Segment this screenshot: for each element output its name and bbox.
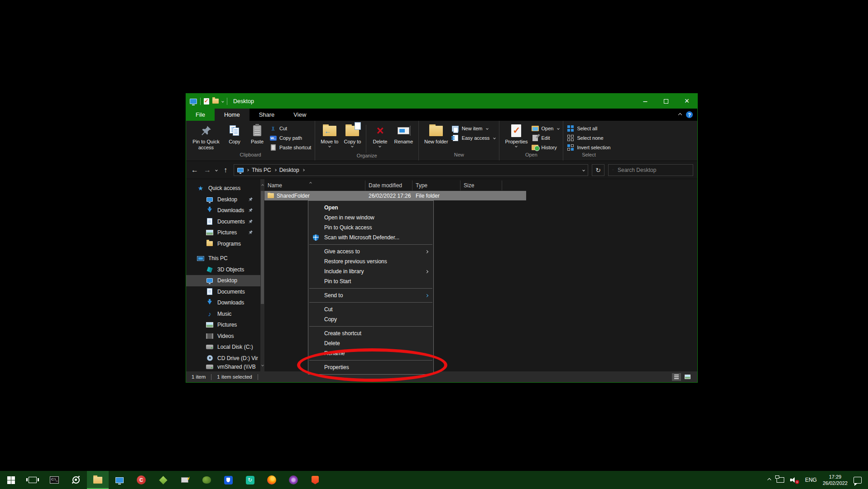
tab-home[interactable]: Home (215, 109, 249, 121)
paste-shortcut-button[interactable]: Paste shortcut (269, 143, 311, 152)
qat-customize-arrow-icon[interactable] (221, 100, 224, 103)
action-center-icon[interactable] (854, 477, 862, 484)
column-header-type[interactable]: Type (412, 180, 460, 190)
taskbar-ccleaner[interactable] (130, 471, 152, 489)
sidebar-item-documents[interactable]: Documents (186, 286, 260, 298)
back-button[interactable]: ← (190, 166, 199, 174)
properties-button[interactable]: Properties (503, 123, 529, 147)
sidebar-item-videos[interactable]: Videos (186, 331, 260, 342)
menu-item-scan-with-defender[interactable]: Scan with Microsoft Defender... (308, 233, 433, 242)
menu-item-properties[interactable]: Properties (308, 362, 433, 372)
table-row-sharedfolder[interactable]: SharedFolder 26/02/2022 17:26 File folde… (264, 191, 526, 200)
large-icons-view-button[interactable] (683, 373, 692, 381)
taskbar-tor-browser[interactable] (283, 471, 304, 489)
search-box[interactable] (608, 164, 693, 176)
start-button[interactable] (0, 471, 22, 489)
clock[interactable]: 17:29 26/02/2022 (823, 474, 848, 487)
sidebar-item-desktop-qa[interactable]: Desktop (186, 194, 260, 205)
sidebar-section-quick-access[interactable]: Quick access (186, 183, 260, 194)
sidebar-item-desktop[interactable]: Desktop (186, 275, 260, 286)
sidebar-item-3d-objects[interactable]: 3D Objects (186, 264, 260, 275)
move-to-button[interactable]: Move to (319, 123, 340, 147)
select-all-button[interactable]: Select all (567, 124, 610, 133)
sidebar-item-vmshared[interactable]: vmShared (\\VB (186, 364, 260, 370)
taskbar-this-pc[interactable] (109, 471, 130, 489)
taskbar-firefox[interactable] (261, 471, 283, 489)
tab-share[interactable]: Share (249, 109, 284, 121)
delete-button[interactable]: Delete (369, 123, 390, 147)
breadcrumb-chevron-icon[interactable] (246, 169, 249, 171)
refresh-button[interactable] (592, 164, 604, 176)
column-header-size[interactable]: Size (460, 180, 502, 190)
address-box[interactable]: This PC Desktop (234, 164, 588, 176)
breadcrumb-desktop[interactable]: Desktop (279, 167, 299, 173)
new-item-button[interactable]: New item (452, 124, 496, 133)
menu-item-give-access-to[interactable]: Give access to (308, 247, 433, 256)
sidebar-item-music[interactable]: Music (186, 309, 260, 320)
sidebar-item-pictures[interactable]: Pictures (186, 319, 260, 331)
sidebar-item-downloads-qa[interactable]: Downloads (186, 205, 260, 216)
up-button[interactable]: ↑ (221, 166, 230, 174)
breadcrumb-chevron-icon[interactable] (302, 169, 305, 171)
edit-button[interactable]: Edit (532, 133, 560, 142)
menu-item-restore-previous-versions[interactable]: Restore previous versions (308, 256, 433, 266)
sidebar-item-downloads[interactable]: Downloads (186, 297, 260, 309)
menu-item-cut[interactable]: Cut (308, 304, 433, 314)
details-view-button[interactable] (672, 373, 681, 381)
sidebar-section-this-pc[interactable]: This PC (186, 253, 260, 264)
task-view-button[interactable] (22, 471, 43, 489)
easy-access-button[interactable]: Easy access (452, 133, 496, 142)
sidebar-scrollbar[interactable] (260, 179, 264, 371)
breadcrumb-this-pc[interactable]: This PC (252, 167, 271, 173)
menu-item-send-to[interactable]: Send to (308, 290, 433, 300)
menu-item-copy[interactable]: Copy (308, 314, 433, 324)
taskbar-sync-app[interactable] (239, 471, 261, 489)
minimize-button[interactable] (635, 94, 656, 109)
menu-item-pin-to-start[interactable]: Pin to Start (308, 276, 433, 286)
qat-new-folder-icon[interactable] (212, 99, 219, 104)
help-icon[interactable] (686, 111, 693, 118)
column-header-date-modified[interactable]: Date modified (365, 180, 412, 190)
recent-locations-arrow-icon[interactable] (215, 169, 218, 171)
hidden-icons-chevron-icon[interactable] (767, 478, 771, 482)
qat-properties-icon[interactable] (204, 98, 209, 104)
sidebar-item-local-disk-c[interactable]: Local Disk (C:) (186, 342, 260, 353)
column-header-name[interactable]: Name (264, 180, 365, 190)
sidebar-item-pictures-qa[interactable]: Pictures (186, 227, 260, 238)
pin-to-quick-access-button[interactable]: Pin to Quick access (190, 123, 222, 151)
open-button[interactable]: Open (532, 124, 560, 133)
breadcrumb-chevron-icon[interactable] (274, 169, 277, 171)
tab-file[interactable]: File (186, 109, 215, 121)
menu-item-rename[interactable]: Rename (308, 348, 433, 358)
sidebar-item-programs[interactable]: Programs (186, 238, 260, 250)
sidebar-item-documents-qa[interactable]: Documents (186, 216, 260, 228)
volume-muted-icon[interactable] (790, 476, 799, 484)
scroll-down-icon[interactable] (261, 360, 264, 368)
forward-button[interactable]: → (203, 166, 212, 174)
maximize-button[interactable] (656, 94, 676, 109)
taskbar-file-explorer[interactable] (87, 471, 109, 489)
menu-item-pin-to-quick-access[interactable]: Pin to Quick access (308, 223, 433, 233)
taskbar-green-cube-app[interactable] (152, 471, 174, 489)
rename-button[interactable]: Rename (392, 123, 415, 145)
scrollbar-thumb[interactable] (261, 191, 264, 304)
search-input[interactable] (617, 166, 689, 174)
taskbar-bitwarden[interactable] (217, 471, 239, 489)
copy-button[interactable]: Copy (224, 123, 245, 145)
tab-view[interactable]: View (284, 109, 316, 121)
taskbar-brave[interactable] (304, 471, 326, 489)
menu-item-create-shortcut[interactable]: Create shortcut (308, 328, 433, 338)
menu-item-open[interactable]: Open (308, 203, 433, 213)
cut-button[interactable]: Cut (269, 124, 311, 133)
scroll-up-icon[interactable] (261, 180, 264, 188)
language-indicator[interactable]: ENG (805, 477, 817, 483)
close-button[interactable] (676, 94, 697, 109)
sidebar-item-cd-drive-d[interactable]: CD Drive (D:) Vir (186, 353, 260, 364)
menu-item-open-in-new-window[interactable]: Open in new window (308, 213, 433, 223)
copy-path-button[interactable]: Copy path (269, 133, 311, 142)
taskbar-settings[interactable] (65, 471, 87, 489)
new-folder-button[interactable]: New folder (422, 123, 450, 145)
menu-item-include-in-library[interactable]: Include in library (308, 266, 433, 276)
menu-item-delete[interactable]: Delete (308, 338, 433, 348)
copy-to-button[interactable]: Copy to (342, 123, 363, 147)
